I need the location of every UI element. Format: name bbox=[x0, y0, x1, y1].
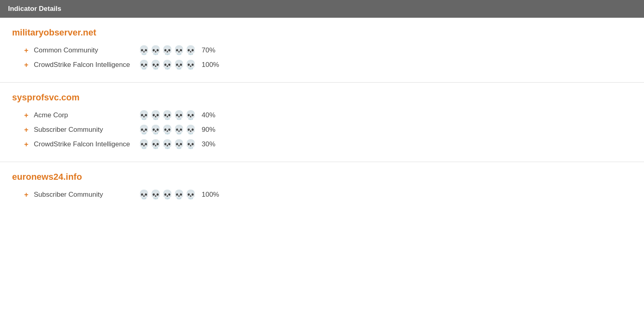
indicator-section-3: euronews24.info+Subscriber Community💀💀💀💀… bbox=[0, 162, 644, 212]
skull-icon: 💀 bbox=[138, 139, 149, 150]
skull-icon: 💀 bbox=[162, 110, 173, 121]
skull-icon: 💀 bbox=[173, 139, 184, 150]
confidence-percentage: 30% bbox=[202, 140, 215, 148]
community-name: Subscriber Community bbox=[34, 191, 138, 199]
plus-icon[interactable]: + bbox=[24, 126, 30, 134]
community-row: +CrowdStrike Falcon Intelligence💀💀💀💀💀30% bbox=[24, 139, 632, 150]
skull-icon: 💀 bbox=[138, 125, 149, 135]
skull-icon: 💀 bbox=[162, 139, 173, 150]
skull-icon: 💀 bbox=[150, 110, 161, 121]
main-content: militaryobserver.net+Common Community💀💀💀… bbox=[0, 18, 644, 212]
skull-icons: 💀💀💀💀💀 bbox=[138, 125, 196, 135]
header-title: Indicator Details bbox=[8, 5, 61, 12]
community-name: Acme Corp bbox=[34, 111, 138, 119]
skull-icon: 💀 bbox=[162, 60, 173, 70]
skull-icon: 💀 bbox=[173, 110, 184, 121]
plus-icon[interactable]: + bbox=[24, 46, 30, 55]
skull-icon: 💀 bbox=[185, 110, 196, 121]
skull-icons: 💀💀💀💀💀 bbox=[138, 110, 196, 121]
plus-icon[interactable]: + bbox=[24, 140, 30, 149]
skull-icons: 💀💀💀💀💀 bbox=[138, 45, 196, 56]
skull-icon: 💀 bbox=[185, 60, 196, 70]
skull-icon: 💀 bbox=[162, 45, 173, 56]
plus-icon[interactable]: + bbox=[24, 111, 30, 120]
confidence-percentage: 100% bbox=[202, 191, 219, 199]
community-name: Common Community bbox=[34, 46, 138, 54]
skull-icon: 💀 bbox=[138, 189, 149, 200]
plus-icon[interactable]: + bbox=[24, 191, 30, 199]
community-row: +Common Community💀💀💀💀💀70% bbox=[24, 45, 632, 56]
confidence-percentage: 90% bbox=[202, 126, 215, 134]
community-name: Subscriber Community bbox=[34, 126, 138, 134]
skull-icon: 💀 bbox=[185, 45, 196, 56]
community-row: +Subscriber Community💀💀💀💀💀90% bbox=[24, 125, 632, 135]
skull-icon: 💀 bbox=[150, 60, 161, 70]
indicator-title-3: euronews24.info bbox=[12, 172, 632, 182]
community-row: +Acme Corp💀💀💀💀💀40% bbox=[24, 110, 632, 121]
page-header: Indicator Details bbox=[0, 0, 644, 18]
skull-icons: 💀💀💀💀💀 bbox=[138, 189, 196, 200]
skull-icon: 💀 bbox=[138, 110, 149, 121]
community-name: CrowdStrike Falcon Intelligence bbox=[34, 140, 138, 148]
skull-icons: 💀💀💀💀💀 bbox=[138, 139, 196, 150]
confidence-percentage: 70% bbox=[202, 46, 215, 54]
skull-icon: 💀 bbox=[173, 125, 184, 135]
skull-icon: 💀 bbox=[162, 189, 173, 200]
skull-icon: 💀 bbox=[150, 125, 161, 135]
skull-icon: 💀 bbox=[173, 60, 184, 70]
indicator-section-1: militaryobserver.net+Common Community💀💀💀… bbox=[0, 18, 644, 83]
skull-icon: 💀 bbox=[162, 125, 173, 135]
skull-icon: 💀 bbox=[173, 45, 184, 56]
skull-icon: 💀 bbox=[150, 189, 161, 200]
community-row: +Subscriber Community💀💀💀💀💀100% bbox=[24, 189, 632, 200]
plus-icon[interactable]: + bbox=[24, 61, 30, 69]
skull-icons: 💀💀💀💀💀 bbox=[138, 60, 196, 70]
community-row: +CrowdStrike Falcon Intelligence💀💀💀💀💀100… bbox=[24, 60, 632, 70]
confidence-percentage: 100% bbox=[202, 61, 219, 69]
indicator-section-2: sysprofsvc.com+Acme Corp💀💀💀💀💀40%+Subscri… bbox=[0, 83, 644, 162]
community-name: CrowdStrike Falcon Intelligence bbox=[34, 61, 138, 69]
skull-icon: 💀 bbox=[185, 139, 196, 150]
skull-icon: 💀 bbox=[185, 189, 196, 200]
skull-icon: 💀 bbox=[138, 60, 149, 70]
indicator-title-2: sysprofsvc.com bbox=[12, 92, 632, 103]
skull-icon: 💀 bbox=[173, 189, 184, 200]
skull-icon: 💀 bbox=[150, 45, 161, 56]
skull-icon: 💀 bbox=[185, 125, 196, 135]
skull-icon: 💀 bbox=[150, 139, 161, 150]
indicator-title-1: militaryobserver.net bbox=[12, 27, 632, 38]
confidence-percentage: 40% bbox=[202, 111, 215, 119]
skull-icon: 💀 bbox=[138, 45, 149, 56]
